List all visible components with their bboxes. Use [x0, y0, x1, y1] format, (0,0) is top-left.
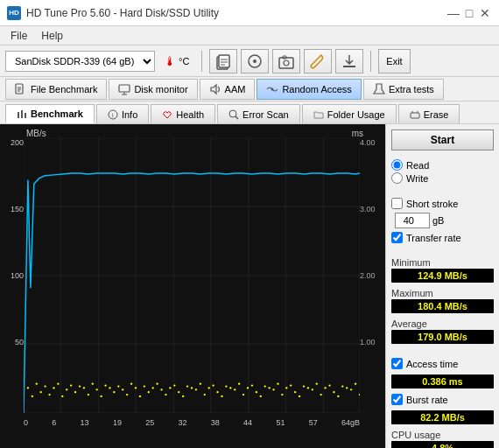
aam-btn[interactable]: AAM [200, 79, 256, 100]
speaker-icon [209, 83, 221, 95]
toolbar-icon-btn-2[interactable] [241, 49, 269, 74]
access-time-checkbox[interactable] [391, 358, 403, 369]
menu-file[interactable]: File [4, 28, 34, 44]
wrench-icon [309, 52, 327, 70]
erase-tab-icon [410, 109, 420, 120]
tab-info[interactable]: i Info [96, 104, 149, 123]
toolbar-icon-btn-3[interactable] [272, 49, 300, 74]
svg-point-85 [200, 383, 201, 385]
cpu-usage-label: CPU usage [391, 430, 494, 440]
minimum-stat: Minimum 124.9 MB/s [391, 257, 494, 283]
monitor-icon [118, 83, 130, 95]
svg-point-90 [221, 396, 222, 397]
disk-monitor-btn[interactable]: Disk monitor [109, 79, 197, 100]
svg-point-110 [307, 387, 309, 388]
random-access-btn[interactable]: Random Access [257, 79, 361, 100]
y-label-1ms: 1.00 [360, 338, 379, 346]
svg-point-117 [337, 396, 339, 397]
read-radio-item[interactable]: Read [391, 159, 494, 171]
maximum-stat: Maximum 180.4 MB/s [391, 288, 494, 313]
access-time-label: Access time [406, 359, 458, 369]
svg-point-6 [253, 60, 257, 63]
svg-point-75 [156, 383, 158, 385]
svg-point-81 [182, 396, 184, 397]
svg-point-49 [44, 385, 46, 387]
burst-rate-value: 82.2 MB/s [391, 410, 494, 424]
minimum-value: 124.9 MB/s [391, 269, 494, 283]
tab-error-scan[interactable]: Error Scan [217, 104, 300, 123]
access-time-checkbox-item[interactable]: Access time [391, 358, 494, 369]
file-icon [15, 83, 27, 95]
toolbar-icon-btn-4[interactable] [304, 49, 332, 74]
svg-rect-20 [18, 112, 19, 118]
menu-help[interactable]: Help [34, 28, 70, 44]
drive-selector[interactable]: SanDisk SDDR-339 (64 gB) [5, 51, 155, 72]
svg-point-19 [271, 88, 274, 90]
extra-tests-label: Extra tests [389, 84, 434, 94]
read-label: Read [406, 160, 429, 171]
close-button[interactable]: ✕ [478, 6, 492, 20]
transfer-rate-checkbox-item[interactable]: Transfer rate [391, 232, 494, 243]
transfer-rate-checkbox[interactable] [391, 232, 403, 243]
extra-tests-btn[interactable]: Extra tests [363, 79, 444, 100]
minimize-button[interactable]: — [446, 6, 460, 20]
read-radio[interactable] [391, 159, 403, 171]
start-button[interactable]: Start [391, 130, 494, 150]
main-toolbar: SanDisk SDDR-339 (64 gB) 🌡 °C Exit [0, 46, 499, 77]
y-axis-label-left: MB/s [26, 129, 46, 138]
tab-erase[interactable]: Erase [398, 104, 460, 123]
svg-marker-18 [211, 85, 216, 94]
menu-bar: File Help [0, 26, 499, 46]
toolbar-icon-btn-5[interactable] [335, 49, 363, 74]
svg-line-26 [235, 116, 238, 119]
download-icon [341, 52, 358, 70]
svg-point-104 [281, 394, 283, 396]
minimum-label: Minimum [391, 257, 494, 268]
file-benchmark-btn[interactable]: File Benchmark [5, 79, 107, 100]
short-stroke-checkbox[interactable] [391, 198, 403, 209]
svg-point-60 [92, 383, 94, 385]
y-label-200: 200 [6, 138, 24, 147]
title-bar-left: HD HD Tune Pro 5.60 - Hard Disk/SSD Util… [7, 6, 219, 20]
svg-point-61 [96, 388, 98, 390]
svg-point-99 [260, 396, 262, 397]
average-stat: Average 179.0 MB/s [391, 318, 494, 344]
icon-toolbar: File Benchmark Disk monitor AAM Random A… [0, 77, 499, 102]
short-stroke-checkbox-item[interactable]: Short stroke [391, 198, 494, 209]
svg-point-62 [100, 396, 102, 397]
svg-point-48 [40, 391, 42, 393]
tab-benchmark[interactable]: Benchmark [5, 104, 95, 123]
svg-point-79 [173, 384, 175, 386]
write-radio[interactable] [391, 172, 403, 184]
tab-info-label: Info [122, 109, 137, 120]
disk-monitor-label: Disk monitor [134, 84, 187, 94]
svg-point-54 [66, 388, 67, 390]
svg-point-94 [238, 383, 240, 385]
svg-point-114 [324, 387, 326, 388]
svg-point-108 [299, 396, 300, 397]
window-title: HD Tune Pro 5.60 - Hard Disk/SSD Utility [26, 7, 219, 19]
exit-button[interactable]: Exit [378, 49, 410, 74]
x-label-64: 64gB [341, 418, 360, 427]
maximize-button[interactable]: □ [462, 6, 476, 20]
random-access-label: Random Access [282, 84, 351, 94]
write-radio-item[interactable]: Write [391, 172, 494, 184]
svg-point-53 [61, 396, 63, 397]
x-label-25: 25 [145, 418, 154, 427]
burst-rate-checkbox-item[interactable]: Burst rate [391, 394, 494, 405]
svg-point-87 [208, 387, 210, 388]
toolbar-icon-btn-1[interactable] [209, 49, 237, 74]
svg-point-122 [359, 394, 360, 396]
y-label-50: 50 [6, 338, 24, 346]
tab-health[interactable]: Health [151, 104, 215, 123]
write-label: Write [406, 173, 428, 184]
x-label-6: 6 [52, 418, 56, 427]
health-tab-icon [162, 109, 172, 120]
burst-rate-checkbox[interactable] [391, 394, 403, 405]
svg-point-111 [312, 388, 313, 390]
average-value: 179.0 MB/s [391, 330, 494, 344]
short-stroke-input[interactable] [395, 213, 430, 228]
read-write-radio-group: Read Write [391, 159, 494, 184]
info-tab-icon: i [108, 109, 118, 120]
tab-folder-usage[interactable]: Folder Usage [302, 104, 397, 123]
